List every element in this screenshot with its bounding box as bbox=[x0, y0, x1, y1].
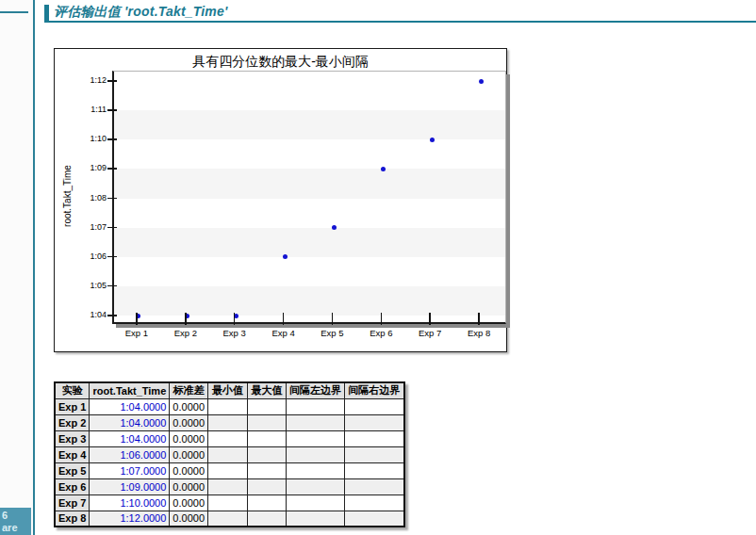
y-axis-tick bbox=[107, 227, 117, 229]
chart-band bbox=[114, 286, 505, 316]
table-row: Exp 71:10.00000.0000 bbox=[55, 494, 404, 511]
cell-min bbox=[208, 414, 248, 430]
cell-takt[interactable]: 1:04.0000 bbox=[90, 430, 170, 446]
cell-max bbox=[248, 414, 287, 430]
table-column-header: root.Takt_Time bbox=[90, 382, 170, 398]
rail-divider-line bbox=[0, 11, 28, 13]
y-axis-tick-label: 1:12 bbox=[59, 75, 107, 85]
plot-area bbox=[112, 71, 506, 324]
cell-min bbox=[208, 511, 248, 527]
y-axis-tick bbox=[107, 256, 117, 258]
cell-takt[interactable]: 1:10.0000 bbox=[90, 494, 170, 511]
table-column-header: 间隔右边界 bbox=[345, 382, 404, 398]
chart-frame: 具有四分位数的最大-最小间隔 root.Takt_Time 1:041:051:… bbox=[54, 48, 507, 352]
cell-iright bbox=[345, 494, 404, 511]
table-column-header: 最小值 bbox=[208, 382, 248, 398]
cell-ileft bbox=[287, 478, 345, 494]
cell-min bbox=[208, 430, 248, 446]
cell-takt[interactable]: 1:12.0000 bbox=[90, 511, 170, 527]
y-axis-tick-label: 1:08 bbox=[59, 193, 107, 203]
cell-takt[interactable]: 1:09.0000 bbox=[90, 478, 170, 494]
cell-min bbox=[208, 478, 248, 494]
y-axis-tick-label: 1:04 bbox=[59, 310, 107, 319]
cell-max bbox=[248, 494, 287, 511]
table-column-header: 实验 bbox=[55, 382, 90, 398]
x-axis-tick-label: Exp 8 bbox=[458, 328, 500, 338]
cell-ileft bbox=[287, 462, 345, 478]
y-axis-tick bbox=[107, 109, 117, 111]
y-axis-tick-label: 1:07 bbox=[59, 222, 107, 232]
x-axis-tick-label: Exp 3 bbox=[214, 328, 255, 338]
cell-takt[interactable]: 1:06.0000 bbox=[90, 446, 170, 462]
footer-logo-line2: are bbox=[2, 522, 31, 534]
cell-max bbox=[248, 478, 287, 494]
table-row: Exp 51:07.00000.0000 bbox=[55, 462, 404, 478]
data-point bbox=[381, 167, 386, 171]
data-point bbox=[283, 254, 288, 259]
y-axis-tick bbox=[107, 285, 117, 287]
x-axis-tick-label: Exp 5 bbox=[311, 328, 353, 338]
table-column-header: 最大值 bbox=[248, 382, 287, 398]
footer-logo: 6 are bbox=[0, 508, 31, 535]
chart-title: 具有四分位数的最大-最小间隔 bbox=[55, 54, 506, 71]
x-axis-tick bbox=[429, 313, 431, 325]
chart-band bbox=[114, 228, 505, 257]
cell-max bbox=[248, 446, 287, 462]
chart-band bbox=[114, 110, 505, 139]
y-axis-tick-label: 1:06 bbox=[59, 251, 107, 261]
table-column-header: 间隔左边界 bbox=[287, 382, 345, 398]
results-table: 实验root.Takt_Time标准差最小值最大值间隔左边界间隔右边界 Exp … bbox=[54, 381, 405, 527]
chart-band bbox=[114, 169, 505, 198]
cell-std: 0.0000 bbox=[170, 462, 208, 478]
y-axis-tick-label: 1:10 bbox=[59, 134, 107, 143]
y-axis-tick bbox=[107, 168, 117, 170]
x-axis-tick bbox=[136, 313, 138, 325]
cell-min bbox=[208, 494, 248, 511]
x-axis-tick bbox=[381, 313, 383, 325]
cell-iright bbox=[345, 462, 404, 478]
y-axis-tick bbox=[107, 138, 117, 140]
cell-takt[interactable]: 1:04.0000 bbox=[90, 398, 170, 414]
table-row: Exp 41:06.00000.0000 bbox=[55, 446, 404, 462]
x-axis-tick bbox=[283, 313, 285, 325]
x-axis-tick-label: Exp 7 bbox=[409, 328, 451, 338]
cell-ileft bbox=[287, 398, 345, 414]
y-axis-tick bbox=[107, 315, 117, 316]
x-axis-tick bbox=[332, 313, 334, 325]
cell-takt[interactable]: 1:04.0000 bbox=[90, 414, 170, 430]
table-row-label: Exp 7 bbox=[55, 494, 90, 511]
cell-min bbox=[208, 462, 248, 478]
table-row: Exp 81:12.00000.0000 bbox=[55, 511, 404, 527]
cell-min bbox=[208, 398, 248, 414]
cell-std: 0.0000 bbox=[170, 478, 208, 494]
table-row-label: Exp 1 bbox=[55, 398, 90, 414]
cell-iright bbox=[345, 446, 404, 462]
y-axis-tick-label: 1:09 bbox=[59, 163, 107, 172]
cell-iright bbox=[345, 430, 404, 446]
table-header-row: 实验root.Takt_Time标准差最小值最大值间隔左边界间隔右边界 bbox=[55, 382, 404, 398]
data-point bbox=[430, 138, 435, 142]
cell-takt[interactable]: 1:07.0000 bbox=[90, 462, 170, 478]
cell-ileft bbox=[287, 430, 345, 446]
data-point bbox=[479, 79, 484, 84]
cell-ileft bbox=[287, 446, 345, 462]
y-axis-tick-label: 1:11 bbox=[59, 105, 107, 114]
header-accent-bar bbox=[44, 5, 49, 21]
y-axis-tick bbox=[107, 80, 117, 82]
cell-max bbox=[248, 511, 287, 527]
cell-std: 0.0000 bbox=[170, 430, 208, 446]
cell-max bbox=[248, 430, 287, 446]
cell-iright bbox=[345, 511, 404, 527]
x-axis-tick-label: Exp 6 bbox=[360, 328, 402, 338]
table-row: Exp 21:04.00000.0000 bbox=[55, 414, 404, 430]
table-row-label: Exp 2 bbox=[55, 414, 90, 430]
x-axis-tick-label: Exp 1 bbox=[116, 328, 157, 338]
cell-std: 0.0000 bbox=[170, 446, 208, 462]
table-row-label: Exp 4 bbox=[55, 446, 90, 462]
x-axis-tick bbox=[234, 313, 236, 325]
x-axis-tick-label: Exp 2 bbox=[165, 328, 206, 338]
cell-std: 0.0000 bbox=[170, 494, 208, 511]
table-column-header: 标准差 bbox=[170, 382, 208, 398]
cell-ileft bbox=[287, 511, 345, 527]
left-rail bbox=[0, 0, 35, 535]
